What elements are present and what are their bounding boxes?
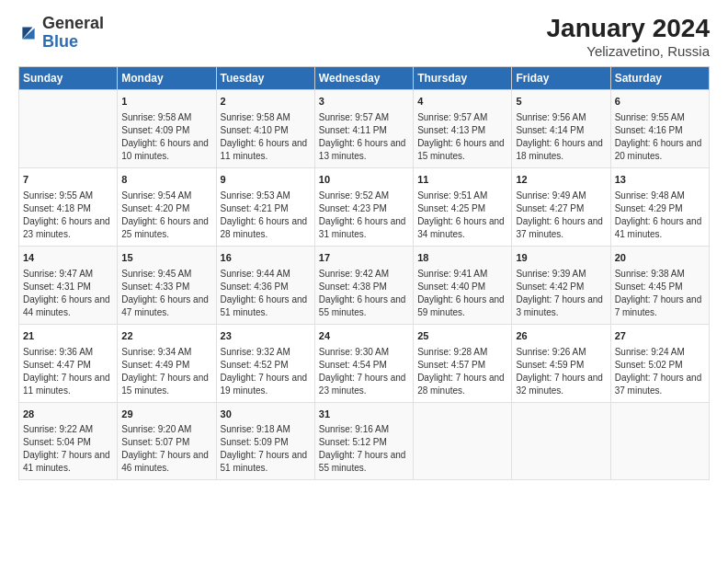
day-number: 18	[417, 251, 507, 266]
cell-content: Sunrise: 9:55 AMSunset: 4:16 PMDaylight:…	[615, 111, 705, 163]
table-row: 19Sunrise: 9:39 AMSunset: 4:42 PMDayligh…	[512, 246, 610, 324]
day-number: 17	[319, 251, 409, 266]
cell-content: Sunrise: 9:26 AMSunset: 4:59 PMDaylight:…	[516, 346, 606, 397]
table-row: 21Sunrise: 9:36 AMSunset: 4:47 PMDayligh…	[19, 324, 118, 402]
table-row: 7Sunrise: 9:55 AMSunset: 4:18 PMDaylight…	[19, 167, 118, 246]
table-row: 2Sunrise: 9:58 AMSunset: 4:10 PMDaylight…	[216, 89, 314, 167]
table-row: 28Sunrise: 9:22 AMSunset: 5:04 PMDayligh…	[19, 402, 118, 480]
header-friday: Friday	[512, 66, 610, 89]
calendar-week-row: 28Sunrise: 9:22 AMSunset: 5:04 PMDayligh…	[19, 402, 710, 480]
cell-content: Sunrise: 9:34 AMSunset: 4:49 PMDaylight:…	[121, 346, 211, 397]
day-number: 22	[121, 329, 211, 344]
calendar-week-row: 14Sunrise: 9:47 AMSunset: 4:31 PMDayligh…	[19, 246, 710, 324]
day-number: 1	[121, 95, 211, 109]
logo-icon	[18, 23, 39, 43]
cell-content: Sunrise: 9:45 AMSunset: 4:33 PMDaylight:…	[121, 268, 211, 319]
table-row	[19, 89, 118, 167]
day-number: 24	[319, 329, 409, 344]
day-number: 26	[516, 329, 606, 344]
day-number: 28	[23, 408, 113, 422]
calendar-subtitle: Yelizavetino, Russia	[547, 43, 710, 59]
cell-content: Sunrise: 9:32 AMSunset: 4:52 PMDaylight:…	[221, 346, 311, 397]
cell-content: Sunrise: 9:47 AMSunset: 4:31 PMDaylight:…	[23, 268, 113, 319]
table-row: 4Sunrise: 9:57 AMSunset: 4:13 PMDaylight…	[414, 89, 512, 167]
table-row: 3Sunrise: 9:57 AMSunset: 4:11 PMDaylight…	[314, 89, 413, 167]
header-tuesday: Tuesday	[216, 66, 314, 89]
day-number: 2	[221, 95, 311, 109]
day-number: 20	[615, 251, 705, 266]
day-number: 12	[516, 173, 606, 188]
header: General Blue January 2024 Yelizavetino, …	[18, 15, 710, 59]
table-row: 14Sunrise: 9:47 AMSunset: 4:31 PMDayligh…	[19, 246, 118, 324]
table-row: 31Sunrise: 9:16 AMSunset: 5:12 PMDayligh…	[314, 402, 413, 480]
logo-text: General Blue	[42, 15, 104, 52]
calendar-table: Sunday Monday Tuesday Wednesday Thursday…	[18, 66, 710, 481]
header-monday: Monday	[118, 66, 216, 89]
cell-content: Sunrise: 9:20 AMSunset: 5:07 PMDaylight:…	[121, 423, 211, 475]
day-number: 27	[615, 329, 705, 344]
table-row	[610, 402, 709, 480]
cell-content: Sunrise: 9:39 AMSunset: 4:42 PMDaylight:…	[516, 268, 606, 319]
logo: General Blue	[18, 15, 104, 52]
table-row: 27Sunrise: 9:24 AMSunset: 5:02 PMDayligh…	[610, 324, 709, 402]
table-row: 8Sunrise: 9:54 AMSunset: 4:20 PMDaylight…	[118, 167, 216, 246]
table-row: 24Sunrise: 9:30 AMSunset: 4:54 PMDayligh…	[314, 324, 413, 402]
table-row: 18Sunrise: 9:41 AMSunset: 4:40 PMDayligh…	[414, 246, 512, 324]
day-number: 31	[319, 408, 409, 422]
cell-content: Sunrise: 9:57 AMSunset: 4:13 PMDaylight:…	[417, 111, 507, 163]
day-number: 21	[23, 329, 113, 344]
table-row: 1Sunrise: 9:58 AMSunset: 4:09 PMDaylight…	[118, 89, 216, 167]
table-row: 12Sunrise: 9:49 AMSunset: 4:27 PMDayligh…	[512, 167, 610, 246]
cell-content: Sunrise: 9:42 AMSunset: 4:38 PMDaylight:…	[319, 268, 409, 319]
cell-content: Sunrise: 9:16 AMSunset: 5:12 PMDaylight:…	[319, 423, 409, 475]
cell-content: Sunrise: 9:28 AMSunset: 4:57 PMDaylight:…	[417, 346, 507, 397]
cell-content: Sunrise: 9:52 AMSunset: 4:23 PMDaylight:…	[319, 190, 409, 241]
table-row: 22Sunrise: 9:34 AMSunset: 4:49 PMDayligh…	[118, 324, 216, 402]
cell-content: Sunrise: 9:58 AMSunset: 4:10 PMDaylight:…	[221, 111, 311, 163]
day-number: 23	[221, 329, 311, 344]
day-number: 25	[417, 329, 507, 344]
day-number: 15	[121, 251, 211, 266]
day-number: 3	[319, 95, 409, 109]
cell-content: Sunrise: 9:22 AMSunset: 5:04 PMDaylight:…	[23, 423, 113, 475]
cell-content: Sunrise: 9:56 AMSunset: 4:14 PMDaylight:…	[516, 111, 606, 163]
cell-content: Sunrise: 9:30 AMSunset: 4:54 PMDaylight:…	[319, 346, 409, 397]
table-row: 23Sunrise: 9:32 AMSunset: 4:52 PMDayligh…	[216, 324, 314, 402]
day-number: 4	[417, 95, 507, 109]
cell-content: Sunrise: 9:53 AMSunset: 4:21 PMDaylight:…	[221, 190, 311, 241]
day-number: 13	[615, 173, 705, 188]
cell-content: Sunrise: 9:41 AMSunset: 4:40 PMDaylight:…	[417, 268, 507, 319]
cell-content: Sunrise: 9:44 AMSunset: 4:36 PMDaylight:…	[221, 268, 311, 319]
table-row: 17Sunrise: 9:42 AMSunset: 4:38 PMDayligh…	[314, 246, 413, 324]
table-row	[414, 402, 512, 480]
header-row: Sunday Monday Tuesday Wednesday Thursday…	[19, 66, 710, 89]
table-row: 15Sunrise: 9:45 AMSunset: 4:33 PMDayligh…	[118, 246, 216, 324]
header-wednesday: Wednesday	[314, 66, 413, 89]
table-row: 6Sunrise: 9:55 AMSunset: 4:16 PMDaylight…	[610, 89, 709, 167]
calendar-week-row: 21Sunrise: 9:36 AMSunset: 4:47 PMDayligh…	[19, 324, 710, 402]
table-row: 9Sunrise: 9:53 AMSunset: 4:21 PMDaylight…	[216, 167, 314, 246]
day-number: 29	[121, 408, 211, 422]
calendar-week-row: 1Sunrise: 9:58 AMSunset: 4:09 PMDaylight…	[19, 89, 710, 167]
table-row: 10Sunrise: 9:52 AMSunset: 4:23 PMDayligh…	[314, 167, 413, 246]
table-row: 11Sunrise: 9:51 AMSunset: 4:25 PMDayligh…	[414, 167, 512, 246]
table-row: 20Sunrise: 9:38 AMSunset: 4:45 PMDayligh…	[610, 246, 709, 324]
cell-content: Sunrise: 9:48 AMSunset: 4:29 PMDaylight:…	[615, 190, 705, 241]
day-number: 7	[23, 173, 113, 188]
title-block: January 2024 Yelizavetino, Russia	[547, 15, 710, 59]
cell-content: Sunrise: 9:58 AMSunset: 4:09 PMDaylight:…	[121, 111, 211, 163]
cell-content: Sunrise: 9:54 AMSunset: 4:20 PMDaylight:…	[121, 190, 211, 241]
table-row: 5Sunrise: 9:56 AMSunset: 4:14 PMDaylight…	[512, 89, 610, 167]
day-number: 10	[319, 173, 409, 188]
calendar-title: January 2024	[547, 15, 710, 43]
cell-content: Sunrise: 9:36 AMSunset: 4:47 PMDaylight:…	[23, 346, 113, 397]
header-thursday: Thursday	[414, 66, 512, 89]
day-number: 19	[516, 251, 606, 266]
day-number: 16	[221, 251, 311, 266]
table-row: 29Sunrise: 9:20 AMSunset: 5:07 PMDayligh…	[118, 402, 216, 480]
day-number: 11	[417, 173, 507, 188]
table-row: 26Sunrise: 9:26 AMSunset: 4:59 PMDayligh…	[512, 324, 610, 402]
day-number: 5	[516, 95, 606, 109]
day-number: 9	[221, 173, 311, 188]
cell-content: Sunrise: 9:18 AMSunset: 5:09 PMDaylight:…	[221, 423, 311, 475]
